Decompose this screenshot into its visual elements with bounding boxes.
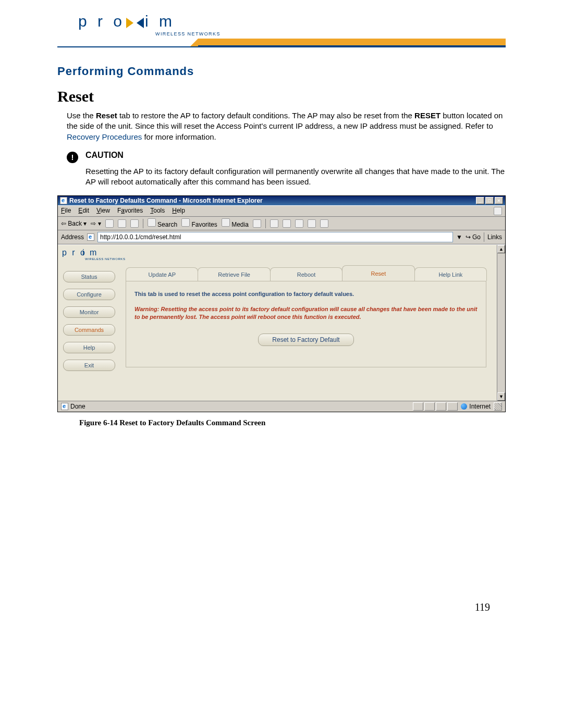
status-page-icon [61,403,68,410]
ie-statusbar: Done Internet [58,401,505,412]
status-text: Done [70,403,85,410]
close-icon[interactable]: × [495,197,503,204]
ap-logo-subtitle: WIRELESS NETWORKS [85,257,126,261]
figure-caption: Figure 6-14 Reset to Factory Defaults Co… [79,418,506,427]
scroll-down-icon[interactable]: ▼ [497,392,505,401]
ap-sidebar: Status Configure Monitor Commands Help E… [58,245,120,401]
ie-toolbar: ⇦ Back ▾ ⇨ ▾ Search Favorites Media [58,217,505,230]
page-icon [87,233,94,241]
menu-help[interactable]: Help [172,207,185,215]
edit-icon[interactable] [295,219,303,228]
bold-reset-button: RESET [414,111,440,120]
menu-tools[interactable]: Tools [150,207,165,215]
menu-favorites[interactable]: Favorites [117,207,143,215]
header-rule [57,46,506,47]
status-cell [447,402,458,411]
logo-text-right: i m [145,13,175,30]
menu-file[interactable]: File [61,207,71,215]
vertical-scrollbar[interactable]: ▲ ▼ [497,245,505,401]
ie-menubar: File Edit View Favorites Tools Help [58,205,505,217]
sidebar-item-status[interactable]: Status [63,271,115,282]
caution-label: CAUTION [85,151,124,160]
sidebar-item-monitor[interactable]: Monitor [63,306,115,318]
intro-paragraph: Use the Reset tab to restore the AP to f… [67,110,506,142]
back-button[interactable]: ⇦ Back ▾ [61,220,87,227]
header-accent-bar [198,39,506,46]
media-icon [222,218,230,227]
menu-view[interactable]: View [96,207,110,215]
recovery-procedures-link[interactable]: Recovery Procedures [67,132,142,141]
scroll-up-icon[interactable]: ▲ [497,245,505,253]
logo-text-left: p r o [78,13,125,30]
favorites-button[interactable]: Favorites [181,218,217,228]
go-button[interactable]: ↪Go [466,233,481,241]
forward-button[interactable]: ⇨ ▾ [91,220,101,227]
mail-icon[interactable] [270,219,278,228]
messenger-icon[interactable] [320,219,328,228]
tab-retrieve-file[interactable]: Retrieve File [198,267,270,281]
ie-window: Reset to Factory Defaults Command - Micr… [57,195,506,412]
url-input[interactable] [97,232,453,242]
home-icon[interactable] [130,219,139,228]
ap-main: Update AP Retrieve File Reboot Reset Hel… [120,245,497,401]
ap-info-text: This tab is used to reset the access poi… [134,291,478,297]
tab-reboot[interactable]: Reboot [270,267,342,281]
search-icon [148,218,156,227]
reset-to-factory-button[interactable]: Reset to Factory Default [258,334,353,346]
exclamation-icon: ! [67,152,78,163]
discuss-icon[interactable] [308,219,316,228]
resize-grip-icon[interactable] [494,402,502,411]
page-header: p r o i m WIRELESS NETWORKS [57,10,506,52]
arrows-x-icon [128,15,142,28]
sidebar-item-exit[interactable]: Exit [63,360,115,371]
ie-page-icon [60,197,67,204]
proxim-logo: p r o i m [78,13,175,30]
favorites-icon [181,218,190,227]
sidebar-item-configure[interactable]: Configure [63,289,115,300]
ap-proxim-logo: p r o i m [62,248,98,257]
history-icon[interactable] [253,219,261,228]
search-button[interactable]: Search [148,218,177,228]
refresh-icon[interactable] [118,219,126,228]
media-button[interactable]: Media [222,218,249,228]
address-label: Address [61,233,84,241]
url-dropdown-icon[interactable]: ▼ [456,233,462,241]
tab-help-link[interactable]: Help Link [414,267,487,281]
status-cell [436,402,446,411]
print-icon[interactable] [283,219,291,228]
status-cell [413,402,423,411]
sidebar-item-help[interactable]: Help [63,342,115,353]
logo-subtitle: WIRELESS NETWORKS [155,31,221,36]
tab-update-ap[interactable]: Update AP [126,267,198,281]
links-label[interactable]: Links [487,233,502,241]
page-heading: Reset [57,88,506,105]
ie-addressbar: Address ▼ ↪Go Links [58,230,505,244]
section-title: Performing Commands [57,65,506,78]
stop-icon[interactable] [105,219,114,228]
ap-tab-pane: This tab is used to reset the access poi… [126,281,486,367]
tab-reset[interactable]: Reset [342,265,414,281]
minimize-icon[interactable]: _ [476,197,484,204]
page-number: 119 [475,601,490,613]
ap-tabs: Update AP Retrieve File Reboot Reset Hel… [126,266,486,281]
maximize-icon[interactable]: □ [485,197,494,204]
caution-block: ! CAUTION [67,151,506,163]
windows-flag-icon [494,207,502,215]
globe-icon [461,403,467,410]
ap-warning-text: Warning: Resetting the access point to i… [134,305,478,321]
security-zone: Internet [458,403,494,410]
bold-reset: Reset [96,111,117,120]
ie-viewport: p r o i m WIRELESS NETWORKS Status Confi… [58,244,505,401]
window-title: Reset to Factory Defaults Command - Micr… [69,197,263,204]
caution-text: Resetting the AP to its factory default … [85,166,506,188]
sidebar-item-commands[interactable]: Commands [63,324,115,336]
status-cell [424,402,435,411]
ie-titlebar: Reset to Factory Defaults Command - Micr… [58,196,505,205]
menu-edit[interactable]: Edit [78,207,89,215]
